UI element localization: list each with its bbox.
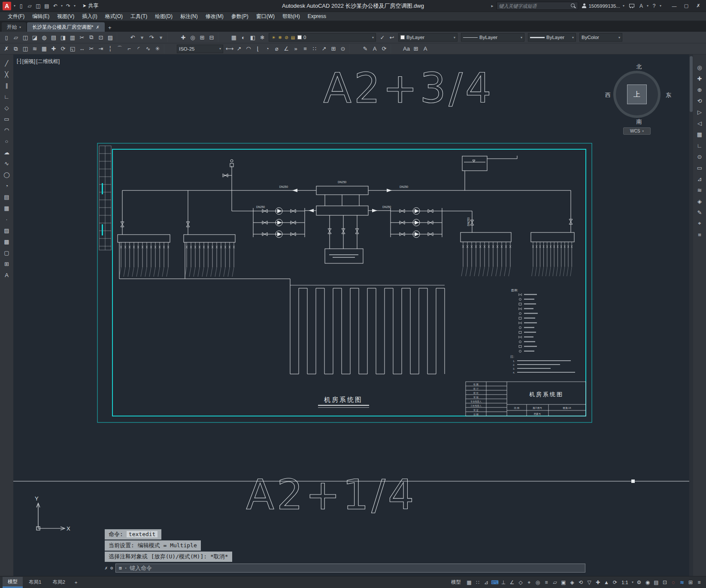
menu-modify[interactable]: 修改(M) bbox=[202, 12, 227, 21]
drawtool-region[interactable]: ▢ bbox=[2, 247, 12, 258]
navtool-full-nav-wheel[interactable]: ◎ bbox=[694, 62, 705, 72]
tool-redo[interactable]: ↷ bbox=[147, 33, 156, 42]
menu-express[interactable]: Express bbox=[304, 12, 330, 20]
status-clean-screen[interactable]: ⊞ bbox=[686, 578, 695, 587]
tool-extend[interactable]: ⇥ bbox=[96, 44, 106, 54]
tool-zoom-previous[interactable]: ⊟ bbox=[207, 33, 216, 42]
tool-sep3[interactable] bbox=[391, 44, 400, 54]
view-control[interactable]: [俯视] bbox=[22, 58, 36, 65]
menu-insert[interactable]: 插入(I) bbox=[79, 12, 100, 21]
share-button[interactable]: ➤ 共享 bbox=[82, 2, 98, 9]
status-dynamic-ucs[interactable]: ⟲ bbox=[576, 578, 585, 587]
tool-open[interactable]: ▱ bbox=[11, 33, 21, 42]
menu-edit[interactable]: 编辑(E) bbox=[29, 12, 53, 21]
ticon-app-chevron[interactable]: ▾ bbox=[646, 2, 649, 10]
tool-zoom-window[interactable]: ⊞ bbox=[197, 33, 207, 42]
navtool-list[interactable]: ≡ bbox=[694, 229, 705, 240]
tool-text-style[interactable]: Aa bbox=[402, 44, 411, 54]
menu-draw[interactable]: 绘图(D) bbox=[152, 12, 176, 21]
tab-start[interactable]: 开始 ▾ bbox=[2, 22, 26, 32]
tool-layer-properties[interactable]: ▦ bbox=[229, 33, 239, 42]
tool-rotate[interactable]: ⟳ bbox=[58, 44, 68, 54]
tool-sep3[interactable] bbox=[218, 33, 227, 42]
command-input-bar[interactable]: ⊞ ▾ bbox=[115, 564, 585, 573]
ticon-cart[interactable] bbox=[629, 3, 636, 9]
tool-dim-radius[interactable]: ◔ bbox=[263, 44, 272, 54]
plotstyle-combo-chevron-icon[interactable]: ▾ bbox=[618, 36, 620, 39]
search-input[interactable] bbox=[499, 3, 570, 9]
status-scale-menu[interactable]: ▾ bbox=[630, 578, 635, 587]
tool-dim-continue[interactable]: ∷ bbox=[310, 44, 319, 54]
drawtool-rectangle[interactable]: ▭ bbox=[2, 114, 12, 124]
command-menu-icon[interactable]: ⊞ bbox=[119, 565, 122, 571]
viewcube-south[interactable]: 南 bbox=[611, 118, 667, 126]
menu-view[interactable]: 视图(V) bbox=[54, 12, 78, 21]
navtool-named-views[interactable]: ▦ bbox=[694, 129, 705, 139]
new-tab-button[interactable]: + bbox=[106, 23, 114, 32]
tool-publish[interactable]: ▥ bbox=[68, 33, 77, 42]
layer-combo[interactable]: ☀❄⊘▤ 0 ▾ bbox=[269, 33, 376, 42]
tool-plot[interactable]: ▤ bbox=[49, 33, 58, 42]
drawtool-construction-line[interactable]: ╳ bbox=[2, 69, 12, 79]
search-icon[interactable] bbox=[570, 3, 576, 9]
tool-trim[interactable]: ✂ bbox=[87, 44, 96, 54]
search-flyout-icon[interactable]: ▸ bbox=[491, 3, 493, 8]
tool-dim-quick[interactable]: » bbox=[291, 44, 300, 54]
minimize-button[interactable]: — bbox=[668, 1, 680, 11]
navtool-area[interactable]: ⊿ bbox=[694, 174, 705, 184]
viewcube-west[interactable]: 西 bbox=[605, 91, 611, 99]
menu-help[interactable]: 帮助(H) bbox=[279, 12, 303, 21]
wcs-dropdown[interactable]: WCS ▾ bbox=[623, 127, 651, 135]
qat-icon-save[interactable]: ◫ bbox=[34, 2, 42, 10]
navtool-pan[interactable]: ✚ bbox=[694, 73, 705, 84]
layout2-tab[interactable]: 布局2 bbox=[47, 577, 70, 587]
tool-move[interactable]: ✚ bbox=[49, 44, 58, 54]
drawtool-polygon[interactable]: ◇ bbox=[2, 103, 12, 113]
tool-pan[interactable]: ✚ bbox=[179, 33, 188, 42]
qat-icon-redo-menu[interactable]: ▾ bbox=[73, 2, 76, 10]
tool-copy[interactable]: ⧉ bbox=[11, 44, 21, 54]
drawtool-gradient[interactable]: ▩ bbox=[2, 236, 12, 247]
status-selection-filter[interactable]: ▽ bbox=[585, 578, 594, 587]
status-annotation-scale[interactable]: 1:1 bbox=[619, 578, 630, 587]
lineweight-combo[interactable]: ByLayer ▾ bbox=[528, 33, 576, 42]
drawtool-revision-cloud[interactable]: ☁ bbox=[2, 147, 12, 157]
status-grid[interactable]: ▦ bbox=[465, 578, 473, 587]
menu-file[interactable]: 文件(F) bbox=[4, 12, 28, 21]
drawtool-point[interactable]: ∙ bbox=[2, 214, 12, 224]
drawtool-mtext[interactable]: A bbox=[2, 270, 12, 280]
tool-mtext[interactable]: A bbox=[421, 44, 430, 54]
account-button[interactable]: 1505999135... ▾ bbox=[582, 2, 625, 10]
maximize-button[interactable]: ▢ bbox=[680, 1, 692, 11]
tool-tolerance[interactable]: ⊞ bbox=[329, 44, 338, 54]
qat-icon-undo-menu[interactable]: ▾ bbox=[60, 2, 64, 10]
tool-dim-linear[interactable]: ⟷ bbox=[225, 44, 234, 54]
vertical-scrollbar[interactable] bbox=[689, 54, 693, 576]
drawtool-polyline[interactable]: ∟ bbox=[2, 91, 12, 102]
tool-join[interactable]: ⌒ bbox=[115, 44, 124, 54]
tool-undo-menu[interactable]: ▾ bbox=[137, 33, 147, 42]
drawtool-multiline[interactable]: ∥ bbox=[2, 80, 12, 90]
close-button[interactable]: ✗ bbox=[692, 1, 704, 11]
tool-center-mark[interactable]: ⊙ bbox=[338, 44, 348, 54]
status-customize[interactable]: ≡ bbox=[695, 578, 703, 587]
tool-save-as[interactable]: ◪ bbox=[30, 33, 39, 42]
licon-layer-freeze[interactable]: ❄ bbox=[277, 34, 283, 41]
command-input[interactable] bbox=[130, 565, 582, 571]
tool-cut[interactable]: ✂ bbox=[77, 33, 87, 42]
tool-stretch[interactable]: ↔ bbox=[77, 44, 87, 54]
status-polar-tracking[interactable]: ∠ bbox=[508, 578, 516, 587]
tool-break[interactable]: ╎ bbox=[106, 44, 115, 54]
drawing-canvas[interactable]: A2+3/4 A2+1/4 bbox=[13, 54, 689, 576]
tool-redo-menu[interactable]: ▾ bbox=[156, 33, 166, 42]
tool-mirror[interactable]: ◫ bbox=[21, 44, 30, 54]
search-box[interactable] bbox=[497, 2, 578, 10]
ticon-help[interactable]: ? bbox=[650, 2, 658, 10]
color-combo-chevron-icon[interactable]: ▾ bbox=[454, 36, 455, 39]
status-isodraft[interactable]: ◇ bbox=[516, 578, 525, 587]
status-3d-osnap[interactable]: ◈ bbox=[568, 578, 576, 587]
tool-layer-off[interactable]: ◐ bbox=[239, 33, 248, 42]
status-gizmo[interactable]: ✚ bbox=[594, 578, 602, 587]
tool-zoom-realtime[interactable]: ◎ bbox=[188, 33, 197, 42]
tool-layer-freeze[interactable]: ❄ bbox=[258, 33, 267, 42]
